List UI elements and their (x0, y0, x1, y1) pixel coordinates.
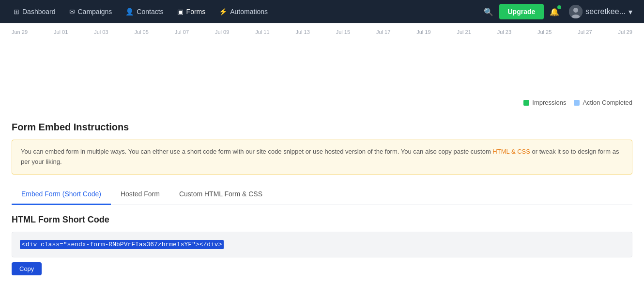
x-label-3: Jul 05 (134, 29, 148, 35)
x-label-0: Jun 29 (12, 29, 28, 35)
users-icon: 👤 (125, 8, 134, 16)
x-label-2: Jul 03 (94, 29, 108, 35)
x-label-6: Jul 11 (255, 29, 269, 35)
x-label-15: Jul 29 (618, 29, 632, 35)
avatar (569, 5, 583, 18)
info-highlight: HTML & CSS (492, 148, 530, 155)
x-label-1: Jul 01 (54, 29, 68, 35)
code-section: HTML Form Short Code <div class="sendx-f… (0, 215, 644, 286)
forms-icon: ▣ (177, 8, 184, 16)
x-label-13: Jul 25 (537, 29, 552, 35)
tabs-bar: Embed Form (Short Code) Hosted Form Cust… (12, 184, 632, 205)
impressions-label: Impressions (532, 99, 566, 106)
bell-button[interactable]: 🔔 (546, 3, 563, 20)
legend-impressions: Impressions (523, 99, 566, 106)
code-box: <div class="sendx-form-RNbPVrFIas367zhrm… (12, 232, 632, 257)
nav-label-contacts: Contacts (137, 8, 163, 16)
search-button[interactable]: 🔍 (480, 3, 497, 20)
nav-label-forms: Forms (186, 8, 206, 16)
grid-icon: ⊞ (14, 8, 19, 16)
nav-item-automations[interactable]: ⚡ Automations (213, 4, 274, 19)
tab-label-custom-html: Custom HTML Form & CSS (179, 190, 262, 198)
chart-x-axis: Jun 29 Jul 01 Jul 03 Jul 05 Jul 07 Jul 0… (12, 27, 632, 37)
info-text-1: You can embed form in multiple ways. You… (21, 148, 492, 155)
x-label-8: Jul 15 (336, 29, 350, 35)
code-title: HTML Form Short Code (12, 215, 632, 225)
upgrade-button[interactable]: Upgrade (499, 4, 544, 19)
nav-item-forms[interactable]: ▣ Forms (171, 4, 212, 19)
section-title: Form Embed Instructions (12, 122, 632, 133)
x-label-11: Jul 21 (457, 29, 471, 35)
x-label-14: Jul 27 (578, 29, 592, 35)
main-content: Jun 29 Jul 01 Jul 03 Jul 05 Jul 07 Jul 0… (0, 23, 644, 286)
mail-icon: ✉ (69, 8, 75, 16)
code-value: <div class="sendx-form-RNbPVrFIas367zhrm… (20, 240, 224, 249)
tab-label-embed-short-code: Embed Form (Short Code) (21, 190, 101, 198)
tab-label-hosted-form: Hosted Form (121, 190, 160, 198)
search-icon: 🔍 (484, 8, 493, 16)
chart-plot (12, 37, 632, 95)
auto-icon: ⚡ (219, 8, 227, 16)
copy-button[interactable]: Copy (12, 262, 42, 275)
nav-label-campaigns: Campaigns (78, 8, 112, 16)
bell-badge (557, 5, 561, 9)
action-completed-label: Action Completed (583, 99, 632, 106)
impressions-color-dot (523, 100, 529, 106)
nav-label-automations: Automations (230, 8, 268, 16)
chart-legend: Impressions Action Completed (12, 95, 632, 112)
nav-item-campaigns[interactable]: ✉ Campaigns (63, 4, 118, 19)
tab-embed-short-code[interactable]: Embed Form (Short Code) (12, 184, 111, 205)
legend-action-completed: Action Completed (574, 99, 632, 106)
tab-hosted-form[interactable]: Hosted Form (111, 184, 169, 205)
user-menu[interactable]: secretkee... ▾ (565, 2, 636, 21)
nav-item-dashboard[interactable]: ⊞ Dashboard (8, 4, 61, 19)
x-label-12: Jul 23 (497, 29, 511, 35)
x-label-10: Jul 19 (416, 29, 430, 35)
x-label-7: Jul 13 (295, 29, 309, 35)
x-label-5: Jul 09 (215, 29, 229, 35)
nav-item-contacts[interactable]: 👤 Contacts (120, 4, 169, 19)
info-banner: You can embed form in multiple ways. You… (12, 140, 632, 175)
nav-label-dashboard: Dashboard (22, 8, 56, 16)
navbar: ⊞ Dashboard ✉ Campaigns 👤 Contacts ▣ For… (0, 0, 644, 23)
x-label-9: Jul 17 (376, 29, 390, 35)
x-label-4: Jul 07 (175, 29, 189, 35)
svg-point-1 (573, 8, 578, 13)
form-embed-section: Form Embed Instructions You can embed fo… (0, 112, 644, 205)
tab-custom-html[interactable]: Custom HTML Form & CSS (169, 184, 272, 205)
user-name: secretkee... (585, 7, 626, 16)
action-completed-color-dot (574, 100, 580, 106)
chevron-down-icon: ▾ (629, 7, 632, 16)
chart-area: Jun 29 Jul 01 Jul 03 Jul 05 Jul 07 Jul 0… (0, 23, 644, 112)
